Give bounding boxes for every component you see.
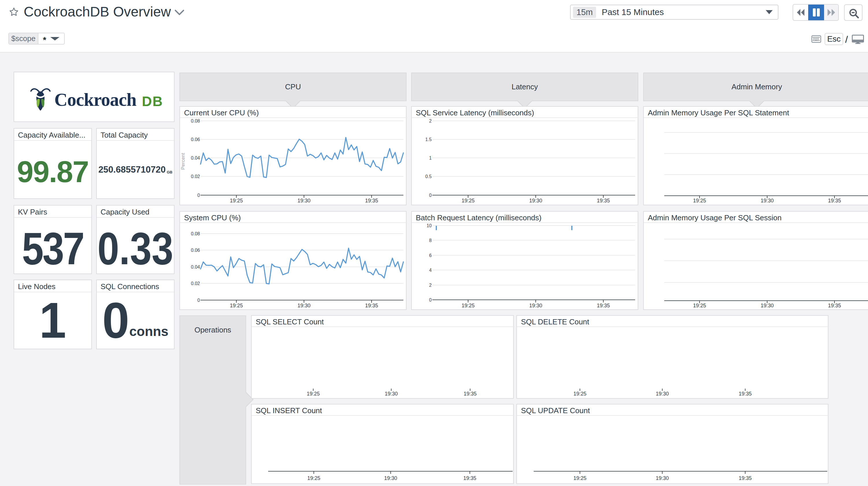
- svg-text:19:30: 19:30: [656, 475, 669, 481]
- svg-text:4: 4: [429, 268, 432, 273]
- svg-text:19:25: 19:25: [573, 391, 586, 397]
- svg-text:0: 0: [429, 193, 432, 198]
- svg-text:19:35: 19:35: [828, 198, 841, 203]
- svg-text:19:30: 19:30: [529, 303, 542, 309]
- svg-text:19:35: 19:35: [739, 391, 751, 397]
- svg-text:6: 6: [429, 253, 432, 258]
- svg-text:19:35: 19:35: [828, 303, 841, 309]
- svg-text:19:25: 19:25: [693, 198, 706, 203]
- svg-text:19:25: 19:25: [693, 303, 706, 309]
- svg-text:19:35: 19:35: [365, 198, 378, 203]
- svg-text:19:35: 19:35: [365, 303, 378, 309]
- svg-text:1: 1: [429, 155, 432, 161]
- svg-text:19:25: 19:25: [573, 475, 586, 481]
- svg-text:19:30: 19:30: [761, 198, 774, 203]
- svg-text:19:30: 19:30: [297, 198, 310, 203]
- svg-text:19:30: 19:30: [297, 303, 310, 309]
- svg-text:2: 2: [429, 118, 432, 123]
- svg-text:19:25: 19:25: [307, 391, 319, 397]
- svg-text:19:25: 19:25: [307, 475, 320, 481]
- svg-text:19:25: 19:25: [461, 303, 474, 309]
- svg-text:0.02: 0.02: [191, 281, 200, 286]
- svg-text:19:35: 19:35: [739, 475, 751, 481]
- svg-text:19:30: 19:30: [529, 198, 542, 203]
- svg-text:19:25: 19:25: [230, 303, 243, 309]
- svg-text:0.02: 0.02: [191, 174, 200, 179]
- svg-text:0: 0: [429, 297, 432, 303]
- svg-text:19:35: 19:35: [597, 198, 610, 203]
- svg-text:8: 8: [429, 238, 432, 243]
- svg-text:0: 0: [197, 193, 200, 198]
- svg-text:19:30: 19:30: [656, 391, 669, 397]
- svg-text:0.04: 0.04: [191, 264, 200, 269]
- svg-text:19:30: 19:30: [384, 391, 398, 397]
- svg-text:Percent: Percent: [180, 153, 186, 170]
- svg-text:1.5: 1.5: [425, 137, 432, 142]
- svg-text:19:25: 19:25: [461, 198, 474, 203]
- svg-text:0.08: 0.08: [191, 231, 200, 236]
- svg-text:0.06: 0.06: [191, 137, 200, 142]
- svg-text:10: 10: [427, 223, 432, 228]
- svg-text:19:30: 19:30: [761, 303, 774, 309]
- svg-text:0: 0: [197, 298, 200, 303]
- svg-text:0.06: 0.06: [191, 248, 200, 253]
- svg-text:2: 2: [429, 283, 432, 288]
- svg-text:0.5: 0.5: [425, 174, 432, 179]
- svg-text:19:35: 19:35: [463, 475, 476, 481]
- svg-text:0.04: 0.04: [191, 155, 200, 161]
- svg-text:0.08: 0.08: [191, 118, 200, 123]
- svg-text:19:35: 19:35: [597, 303, 610, 309]
- svg-text:19:25: 19:25: [230, 198, 243, 203]
- svg-text:19:30: 19:30: [384, 475, 397, 481]
- svg-text:19:35: 19:35: [463, 391, 476, 397]
